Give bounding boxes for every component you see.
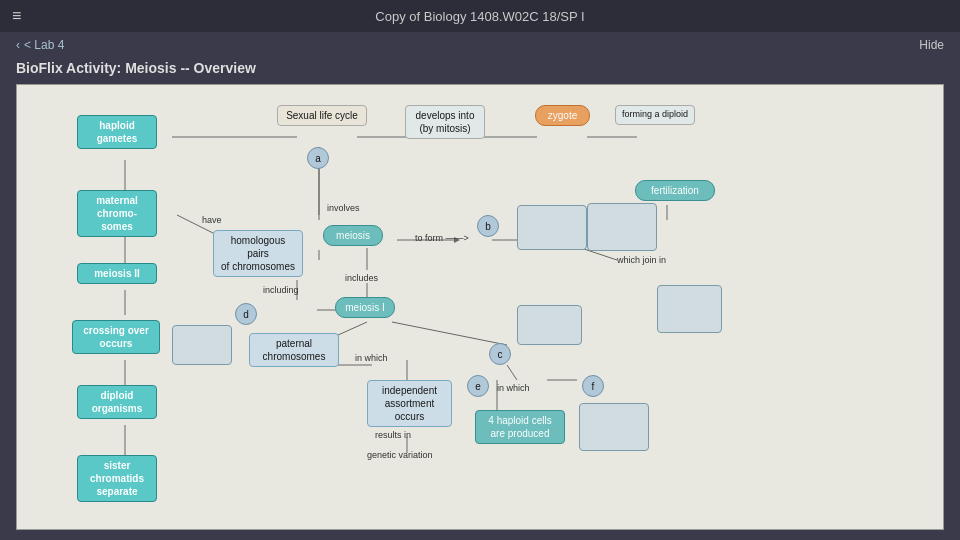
- results-in-label: results in: [375, 430, 411, 440]
- hide-button[interactable]: Hide: [919, 38, 944, 52]
- empty-box-mid-right: [657, 285, 722, 333]
- forming-diploid-node: forming a diploid: [615, 105, 695, 125]
- in-which-label-1: in which: [355, 353, 388, 363]
- includes-label: includes: [345, 273, 378, 283]
- meiosis-ii-node: meiosis II: [77, 263, 157, 284]
- including-label: including: [263, 285, 299, 295]
- to-form-label: to form ——>: [415, 233, 469, 243]
- zygote-node: zygote: [535, 105, 590, 126]
- breadcrumb-bar: ‹ < Lab 4 Hide: [0, 32, 960, 58]
- develops-into-node: develops into(by mitosis): [405, 105, 485, 139]
- circle-c-node: c: [489, 343, 511, 365]
- circle-a-node: a: [307, 147, 329, 169]
- circle-f-node: f: [582, 375, 604, 397]
- genetic-variation-label: genetic variation: [367, 450, 433, 460]
- four-haploid-cells-node: 4 haploid cellsare produced: [475, 410, 565, 444]
- content-area: ‹ < Lab 4 Hide BioFlix Activity: Meiosis…: [0, 32, 960, 540]
- top-bar: ≡ Copy of Biology 1408.W02C 18/SP I: [0, 0, 960, 32]
- breadcrumb[interactable]: ‹ < Lab 4: [16, 38, 64, 52]
- maternal-chromosomes-node: maternalchromo-somes: [77, 190, 157, 237]
- svg-line-26: [507, 365, 517, 380]
- homologous-pairs-node: homologous pairsof chromosomes: [213, 230, 303, 277]
- breadcrumb-label: < Lab 4: [24, 38, 64, 52]
- independent-assortment-node: independentassortmentoccurs: [367, 380, 452, 427]
- back-arrow-icon: ‹: [16, 38, 20, 52]
- empty-box-d: [172, 325, 232, 365]
- circle-d-node: d: [235, 303, 257, 325]
- crossing-over-node: crossing overoccurs: [72, 320, 160, 354]
- paternal-chromosomes-node: paternalchromosomes: [249, 333, 339, 367]
- which-join-label: which join in: [617, 255, 666, 265]
- hamburger-icon[interactable]: ≡: [12, 7, 21, 25]
- empty-box-b: [517, 205, 587, 250]
- diploid-organisms-node: diploidorganisms: [77, 385, 157, 419]
- involves-label: involves: [327, 203, 360, 213]
- sexual-life-cycle-node: Sexual life cycle: [277, 105, 367, 126]
- circle-b-node: b: [477, 215, 499, 237]
- empty-box-top-right: [587, 203, 657, 251]
- top-title: Copy of Biology 1408.W02C 18/SP I: [375, 9, 584, 24]
- svg-line-21: [392, 322, 507, 345]
- have-label: have: [202, 215, 222, 225]
- haploid-gametes-node: haploidgametes: [77, 115, 157, 149]
- fertilization-node: fertilization: [635, 180, 715, 201]
- circle-e-node: e: [467, 375, 489, 397]
- meiosis-i-node: meiosis I: [335, 297, 395, 318]
- diagram-container: haploidgametes maternalchromo-somes meio…: [16, 84, 944, 530]
- empty-box-haploid: [579, 403, 649, 451]
- meiosis-node: meiosis: [323, 225, 383, 246]
- in-which-label-2: in which: [497, 383, 530, 393]
- empty-box-c: [517, 305, 582, 345]
- page-title: BioFlix Activity: Meiosis -- Overview: [0, 58, 960, 84]
- sister-chromatids-node: sisterchromatidsseparate: [77, 455, 157, 502]
